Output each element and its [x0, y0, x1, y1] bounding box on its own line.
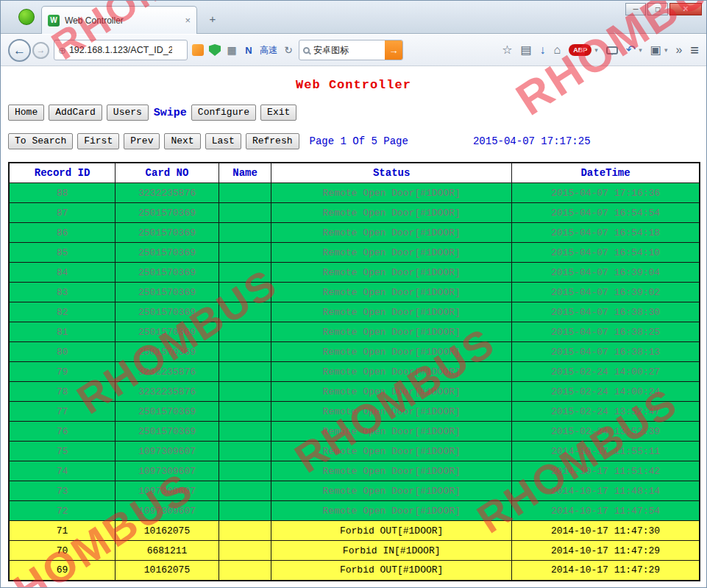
search-icon [303, 47, 310, 54]
table-row: 842501570369Remote Open Door[#1DOOR]2015… [9, 263, 700, 283]
card-no-cell: 2501570369 [116, 402, 219, 422]
datetime-cell: 2015-04-07 16:54:54 [512, 203, 700, 223]
name-cell [219, 422, 271, 442]
tab-web-controller[interactable]: W Web Controller × [41, 6, 197, 34]
name-cell [219, 203, 271, 223]
site-icon: ⊕ [58, 45, 66, 56]
reload-icon[interactable]: ↻ [283, 44, 294, 56]
new-tab-button[interactable]: + [204, 11, 221, 27]
address-bar[interactable]: ⊕ [54, 40, 188, 60]
undo-icon[interactable]: ↶ [626, 44, 636, 56]
table-row: 822501570369Remote Open Door[#1DOOR]2015… [9, 302, 700, 322]
bookmarks-panel-icon[interactable]: ▤ [520, 44, 531, 56]
screenshot-icon[interactable]: ▣ [650, 44, 661, 56]
status-cell: Remote Open Door[#1DOOR] [271, 362, 512, 382]
table-row: 741097309607Remote Open Door[#1DOOR]2014… [9, 461, 700, 481]
name-cell [219, 223, 271, 243]
download-icon[interactable]: ↓ [540, 44, 546, 56]
card-no-cell: 1097309607 [116, 481, 219, 501]
minimize-button[interactable]: ─ [625, 3, 646, 15]
name-cell [219, 521, 271, 541]
card-no-cell: 2501570369 [116, 263, 219, 283]
refresh-button[interactable]: Refresh [246, 133, 299, 149]
record-id-cell: 81 [9, 322, 116, 342]
datetime-cell: 2014-10-17 11:55:11 [512, 442, 700, 461]
datetime-cell: 2015-04-07 16:39:02 [512, 283, 700, 302]
home-icon[interactable]: ⌂ [554, 44, 561, 56]
users-nav-button[interactable]: Users [107, 105, 149, 121]
search-go-button[interactable]: → [385, 40, 402, 60]
back-icon[interactable]: ← [8, 39, 31, 62]
home-nav-button[interactable]: Home [8, 105, 44, 121]
record-id-cell: 80 [9, 342, 116, 362]
status-cell: Remote Open Door[#1DOOR] [271, 203, 512, 223]
screenshot-caret-icon[interactable]: ▾ [664, 46, 668, 54]
browser-menu-button[interactable] [18, 9, 35, 25]
table-row: 793232235876Remote Open Door[#1DOOR]2015… [9, 362, 700, 382]
speed-mode-label[interactable]: 高速 [260, 44, 277, 57]
overflow-icon[interactable]: » [675, 44, 682, 56]
adblock-icon[interactable]: ABP [569, 44, 591, 56]
close-button[interactable]: × [669, 3, 702, 15]
to-search-button[interactable]: To Search [8, 133, 73, 149]
exit-nav-button[interactable]: Exit [260, 105, 296, 121]
undo-caret-icon[interactable]: ▾ [639, 46, 642, 54]
forward-icon[interactable]: → [32, 42, 49, 59]
column-header: Card NO [116, 163, 219, 183]
status-cell: Remote Open Door[#1DOOR] [271, 461, 512, 481]
record-id-cell: 78 [9, 382, 116, 402]
status-cell: Remote Open Door[#1DOOR] [271, 183, 512, 203]
noscript-icon[interactable]: N [243, 44, 255, 56]
status-cell: Remote Open Door[#1DOOR] [271, 322, 512, 342]
datetime-cell: 2014-10-17 11:48:14 [512, 481, 700, 501]
qr-icon[interactable]: ▦ [226, 44, 238, 56]
status-cell: Remote Open Door[#1DOOR] [271, 342, 512, 362]
status-cell: Remote Open Door[#1DOOR] [271, 402, 512, 422]
datetime-cell: 2014-10-17 11:47:29 [512, 561, 700, 581]
datetime-cell: 2015-02-24 14:00:27 [512, 362, 700, 382]
last-page-button[interactable]: Last [205, 133, 241, 149]
name-cell [219, 342, 271, 362]
record-id-cell: 85 [9, 243, 116, 263]
next-page-button[interactable]: Next [164, 133, 200, 149]
url-input[interactable] [69, 45, 172, 55]
card-no-cell: 1097309607 [116, 461, 219, 481]
column-header: Record ID [9, 163, 116, 183]
bookmark-star-icon[interactable]: ☆ [502, 44, 512, 56]
tab-close-icon[interactable]: × [185, 15, 191, 26]
page-content: Web Controller Home AddCard Users Swipe … [1, 66, 706, 587]
adblock-caret-icon[interactable]: ▾ [594, 46, 598, 54]
menu-icon[interactable]: ≡ [690, 43, 699, 57]
maximize-button[interactable]: □ [647, 3, 668, 15]
card-no-cell: 2501570369 [116, 302, 219, 322]
tab-strip: W Web Controller × + ─ □ × [1, 1, 706, 34]
status-cell: Remote Open Door[#1DOOR] [271, 501, 512, 521]
card-no-cell: 2501570369 [116, 422, 219, 442]
feedback-icon[interactable] [606, 46, 618, 54]
orange-extension-icon[interactable] [192, 44, 204, 56]
record-id-cell: 77 [9, 402, 116, 422]
search-input[interactable] [313, 45, 385, 55]
table-row: 6910162075Forbid OUT[#1DOOR]2014-10-17 1… [9, 561, 700, 581]
record-id-cell: 75 [9, 442, 116, 461]
shield-icon[interactable] [209, 44, 221, 56]
column-header: Name [219, 163, 271, 183]
table-row: 772501570369Remote Open Door[#1DOOR]2015… [9, 402, 700, 422]
datetime-cell: 2015-04-07 16:38:30 [512, 302, 700, 322]
datetime-cell: 2015-02-24 13:52:39 [512, 422, 700, 442]
status-cell: Remote Open Door[#1DOOR] [271, 442, 512, 461]
records-tbody: 883232235876Remote Open Door[#1DOOR]2015… [9, 183, 700, 581]
first-page-button[interactable]: First [77, 133, 119, 149]
record-id-cell: 76 [9, 422, 116, 442]
name-cell [219, 461, 271, 481]
timestamp-label: 2015-04-07 17:17:25 [473, 135, 591, 147]
addcard-nav-button[interactable]: AddCard [49, 105, 102, 121]
table-row: 731097309607Remote Open Door[#1DOOR]2014… [9, 481, 700, 501]
prev-page-button[interactable]: Prev [124, 133, 160, 149]
record-id-cell: 70 [9, 541, 116, 561]
configure-nav-button[interactable]: Configure [191, 105, 256, 121]
search-box[interactable]: → [299, 40, 403, 60]
name-cell [219, 481, 271, 501]
table-row: 783232235876Remote Open Door[#1DOOR]2015… [9, 382, 700, 402]
table-row: 721097309607Remote Open Door[#1DOOR]2014… [9, 501, 700, 521]
